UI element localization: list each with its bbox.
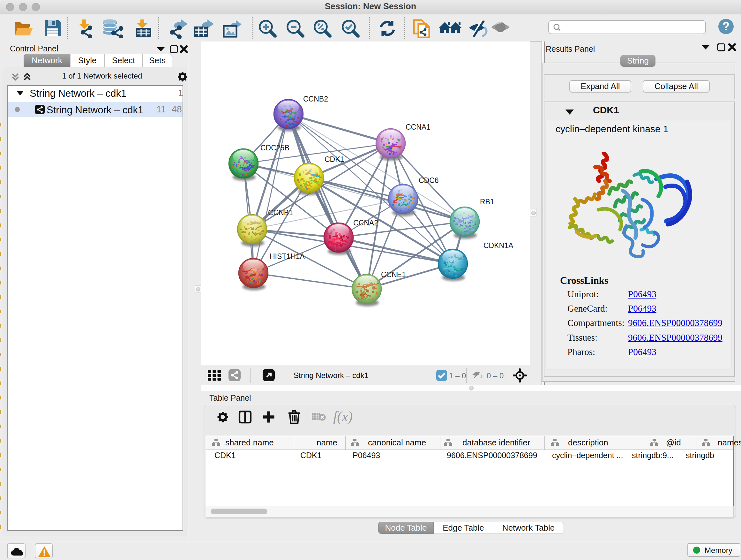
svg-text:CCNB1: CCNB1 (268, 208, 293, 217)
svg-text:CDK1: CDK1 (325, 155, 344, 164)
svg-text:CCNA1: CCNA1 (406, 123, 430, 131)
svg-text:CDKN1A: CDKN1A (483, 241, 514, 250)
svg-text:CCNA2: CCNA2 (353, 219, 378, 227)
svg-text:CCNB2: CCNB2 (303, 95, 328, 103)
svg-text:CDC6: CDC6 (419, 176, 439, 185)
svg-text:CCNE1: CCNE1 (381, 270, 406, 279)
svg-text:CDC25B: CDC25B (260, 144, 289, 152)
svg-text:HIST1H1A: HIST1H1A (270, 252, 305, 260)
svg-text:RB1: RB1 (480, 198, 494, 206)
